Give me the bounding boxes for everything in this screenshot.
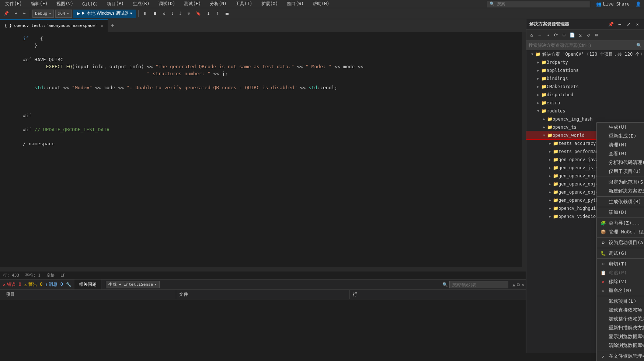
sol-sync-icon[interactable]: ⟳ [552,31,560,39]
menu-edit[interactable]: 编辑(E) [29,0,50,8]
ctx-scope[interactable]: 限定为此范围(S) [597,178,644,187]
code-area[interactable]: if { } #ef HAVE_QUIRC EXPECT_EQ(input_in… [0,32,526,267]
play-icon: ▶ [77,11,80,16]
menu-build[interactable]: 生成(B) [130,0,152,8]
solution-search-input[interactable] [529,43,635,48]
sol-forward-icon[interactable]: → [544,31,551,39]
ctx-analyze[interactable]: 分析和代码清理(Z) [597,158,644,167]
editor-tab-active[interactable]: { } opencv_test::'anonymous-namespace' ✕ [0,19,108,32]
tree-item-applications[interactable]: ▶ 📁 applications [526,66,644,74]
sol-back-icon[interactable]: ← [536,31,543,39]
pin-panel-icon[interactable]: 📌 [607,21,615,28]
menu-debug[interactable]: 调试(D) [156,0,178,8]
menu-test[interactable]: 测试(E) [182,0,203,8]
menu-extensions[interactable]: 扩展(X) [259,0,281,8]
tree-item-extra[interactable]: ▶ 📁 extra [526,99,644,107]
ctx-set-startup[interactable]: ⚙ 设为启动项目(A) [597,238,644,247]
tab-label: { } opencv_test::'anonymous-namespace' [4,23,97,28]
ctx-build-deps[interactable]: 生成依赖项(B) [597,197,644,206]
ctx-open-explorer[interactable]: ↗ 在文件资源管理器中打开文件夹(X) [597,352,644,361]
build-dropdown[interactable]: 生成 + IntelliSense ▾ [106,281,160,288]
toolbar-btn-4[interactable]: ⤵ [169,10,176,18]
code-editor[interactable]: if { } #ef HAVE_QUIRC EXPECT_EQ(input_in… [18,32,522,267]
config-dropdown[interactable]: Debug ▾ [32,10,54,18]
platform-dropdown[interactable]: x64 ▾ [55,10,72,18]
ctx-rebuild[interactable]: 重新生成(E) [597,132,644,140]
ctx-load-direct[interactable]: 加载直接依赖项 [597,306,644,315]
close-panel-icon[interactable]: ✕ [634,21,641,28]
ctx-clean[interactable]: 清理(N) [597,140,644,149]
sol-settings-icon[interactable]: ⊞ [593,31,600,39]
ctx-unload[interactable]: 卸载项目(L) [597,297,644,306]
tree-item-3rdparty[interactable]: ▶ 📁 3rdparty [526,58,644,66]
maximize-panel-icon[interactable]: ⤢ [625,21,632,28]
ctx-build[interactable]: 生成(U) [597,123,644,132]
live-share-button[interactable]: 👥 Live Share [593,1,633,7]
menu-help[interactable]: 帮助(H) [310,0,332,8]
ctx-nuget-icon: 📦 [600,229,606,235]
tree-item-cmaketargets[interactable]: ▶ 📁 CMakeTargets [526,83,644,91]
menu-tools[interactable]: 工具(T) [233,0,255,8]
menu-file[interactable]: 文件(F) [3,0,24,8]
toolbar-btn-9[interactable]: ⤒ [214,10,222,18]
toolbar-btn-5[interactable]: ⤴ [177,10,184,18]
editor-scrollbar-v[interactable] [522,32,526,267]
tree-item-dispatched[interactable]: ▶ 📁 dispatched [526,91,644,99]
bottom-tab-problems[interactable]: 相关问题 [74,280,101,289]
ctx-view[interactable]: 查看(W) [597,149,644,158]
ctx-remove[interactable]: ✕ 移除(V) Del [597,277,644,286]
pin-icon[interactable]: 📌 [1,10,11,18]
ctx-project-only[interactable]: 仅用于项目(U) [597,167,644,176]
toolbar-btn-10[interactable]: ☰ [223,10,231,18]
sol-refresh-icon[interactable]: ↺ [585,31,592,39]
menu-view[interactable]: 视图(V) [54,0,76,8]
solution-root[interactable]: ▼ 📁 解决方案 'OpenCV' (120 个项目，共 120 个) [526,50,644,58]
ctx-load-all-icon [600,316,606,322]
ctx-cut[interactable]: ✂ 剪切(T) Ctrl+X [597,260,644,268]
run-button[interactable]: ▶ ▶ 本地 Windows 调试器 ▾ [73,10,136,18]
ctx-clear-browse-errors[interactable]: 清除浏览数据库错误 [597,341,644,350]
error-badge: ✕ 错误 0 [3,281,21,288]
ctx-new-view[interactable]: 新建解决方案资源管理器视图(N) [597,187,644,195]
menu-window[interactable]: 窗口(W) [285,0,306,8]
sol-filter-icon[interactable]: ⧖ [577,31,584,39]
ctx-class-wizard[interactable]: 🧩 类向导(Z)... Ctrl+Shift+X [597,219,644,228]
redo-icon[interactable]: ↪ [21,10,28,18]
undo-icon[interactable]: ↩ [13,10,20,18]
ctx-rename[interactable]: ✏ 重命名(M) F2 [597,286,644,295]
scroll-up-icon[interactable]: ▲ [513,282,515,287]
toolbar-btn-7[interactable]: 🔖 [194,10,203,18]
tree-item-bindings[interactable]: ▶ 📁 bindings [526,74,644,83]
ctx-show-browse-errors[interactable]: 显示浏览数据库错误 [597,332,644,341]
tab-close-icon[interactable]: ✕ [101,24,103,28]
float-icon[interactable]: ⧉ [517,282,520,287]
toolbar-btn-8[interactable]: ⤓ [205,10,212,18]
bottom-search-input[interactable] [449,281,508,288]
menu-git[interactable]: Git(G) [80,1,100,7]
toolbar-btn-2[interactable]: ⏹ [151,10,159,18]
context-menu: 生成(U) 重新生成(E) 清理(N) 查看(W) 分析和代码清理(Z) 仅用于… [596,122,644,361]
ctx-scope-icon [600,179,606,185]
sol-show-files-icon[interactable]: 📄 [568,31,576,39]
menu-project[interactable]: 项目(P) [105,0,126,8]
toolbar-btn-3[interactable]: ↺ [161,10,168,18]
close-bottom-panel-icon[interactable]: ✕ [522,282,524,287]
tab-add-button[interactable]: + [108,19,118,32]
toolbar-btn-6[interactable]: ⎋ [185,10,192,18]
ctx-sep-6 [597,248,644,248]
sol-home-icon[interactable]: ⌂ [528,31,535,39]
toolbar-btn-1[interactable]: ⏸ [141,10,149,18]
ctx-add[interactable]: 添加(D) [597,208,644,217]
minimize-panel-icon[interactable]: — [616,21,623,28]
ctx-rescan[interactable]: 重新扫描解决方案(S) [597,323,644,332]
ctx-load-all[interactable]: 加载整个依赖关系树 [597,315,644,323]
tree-item-opencv-img-hash[interactable]: ▶ 📁 opencv_img_hash [526,115,644,123]
sol-collapse-icon[interactable]: ⊟ [560,31,568,39]
account-icon[interactable]: 👤 [636,1,641,7]
ctx-nuget[interactable]: 📦 管理 NuGet 程序包(N)... [597,228,644,236]
tree-label-gen-pyth: gen_opencv_pyth_ [558,198,601,203]
tree-item-modules[interactable]: ▼ 📁 modules [526,107,644,115]
menu-analyze[interactable]: 分析(N) [208,0,229,8]
editor-scrollbar-h[interactable] [0,267,526,271]
ctx-debug[interactable]: 🐛 调试(G) [597,249,644,258]
